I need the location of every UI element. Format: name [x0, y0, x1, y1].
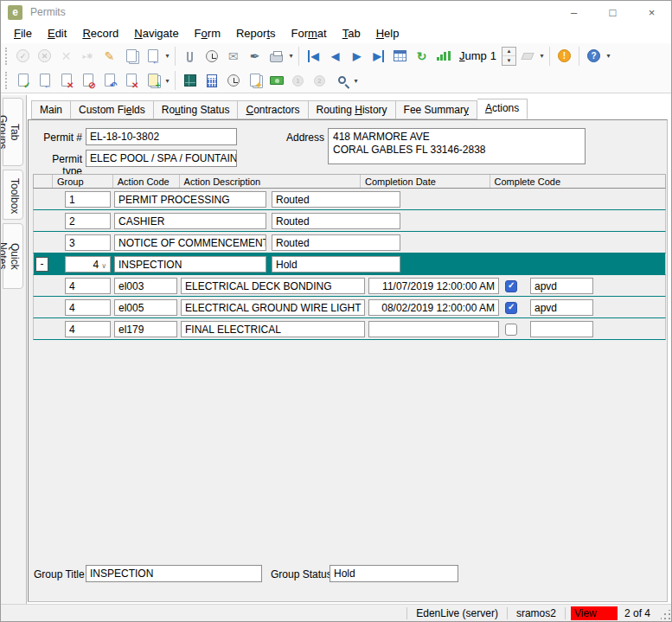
doc-return-icon[interactable]: ←: [34, 70, 55, 92]
confirm-record-icon[interactable]: ✓: [12, 45, 34, 67]
doc-void-icon[interactable]: ⊘: [77, 70, 99, 92]
menu-format[interactable]: Format: [284, 24, 335, 42]
jump-spinner[interactable]: ▲ ▼: [502, 47, 516, 66]
menu-help[interactable]: Help: [368, 24, 407, 42]
group-title-field[interactable]: PERMIT PROCESSING: [114, 191, 266, 208]
action-code-field[interactable]: el005: [114, 299, 177, 316]
group-number-combo[interactable]: 4∨: [65, 256, 111, 273]
tab-contractors[interactable]: Contractors: [238, 100, 308, 119]
table-row-group-3[interactable]: 3 NOTICE OF COMMENCEMENT Routed: [33, 232, 666, 253]
group-title-field[interactable]: CASHIER: [114, 213, 266, 229]
grid-view-icon[interactable]: [389, 45, 411, 67]
detail-group-field[interactable]: 4: [65, 299, 111, 316]
resize-grip[interactable]: [661, 610, 671, 620]
permit-type-field[interactable]: ELEC POOL / SPA / FOUNTAIN: [86, 150, 237, 167]
group-number-field[interactable]: 1: [65, 191, 111, 208]
detail-group-field[interactable]: 4: [65, 321, 111, 337]
help-dropdown-icon[interactable]: ▾: [605, 45, 612, 67]
jump-value[interactable]: 1: [490, 49, 496, 62]
time-icon[interactable]: [222, 70, 244, 92]
complete-checkbox[interactable]: [505, 280, 517, 292]
action-code-field[interactable]: el003: [114, 278, 177, 294]
table-row-detail-el179[interactable]: 4 el179 FINAL ELECTRICAL: [33, 318, 666, 340]
action-description-field[interactable]: FINAL ELECTRICAL: [181, 321, 365, 337]
header-group[interactable]: Group: [53, 175, 113, 188]
group-status-footer-field[interactable]: Hold: [330, 565, 458, 582]
close-button[interactable]: ×: [632, 1, 671, 23]
side-tab-quick-notes[interactable]: Quick Notes: [3, 223, 23, 289]
calculator-icon[interactable]: [201, 70, 222, 92]
copy-record-icon[interactable]: [120, 45, 142, 67]
complete-checkbox[interactable]: [505, 302, 517, 314]
coin-two-icon[interactable]: 2: [309, 70, 330, 92]
refresh-icon[interactable]: ↻: [411, 45, 432, 67]
menu-reports[interactable]: Reports: [228, 24, 284, 42]
completion-date-field[interactable]: [368, 321, 499, 337]
signature-icon[interactable]: ✒: [244, 45, 266, 67]
tab-routing-status[interactable]: Routing Status: [154, 100, 239, 119]
complete-checkbox[interactable]: [505, 324, 517, 336]
group-status-field[interactable]: Routed: [272, 191, 400, 208]
tab-custom-fields[interactable]: Custom Fields: [71, 100, 154, 119]
header-date[interactable]: Completion Date: [361, 175, 490, 188]
tab-routing-history[interactable]: Routing History: [309, 100, 396, 119]
detail-group-field[interactable]: 4: [65, 278, 111, 294]
side-tab-toolbox[interactable]: Toolbox: [3, 170, 23, 220]
group-title-footer-field[interactable]: INSPECTION: [86, 565, 262, 582]
side-tab-tab-groups[interactable]: Tab Groups: [3, 98, 23, 166]
action-description-field[interactable]: ELECTRICAL DECK BONDING: [181, 278, 365, 294]
table-row-group-1[interactable]: 1 PERMIT PROCESSING Routed: [33, 189, 666, 210]
table-row-group-2[interactable]: 2 CASHIER Routed: [33, 210, 666, 232]
group-number-field[interactable]: 3: [65, 234, 111, 251]
note-dropdown-icon[interactable]: ▾: [163, 70, 171, 92]
complete-code-field[interactable]: apvd: [530, 299, 593, 316]
group-status-field[interactable]: Hold: [272, 256, 400, 273]
group-status-field[interactable]: Routed: [272, 234, 400, 251]
group-title-field[interactable]: INSPECTION: [114, 256, 266, 273]
menu-file[interactable]: File: [6, 24, 40, 42]
completion-date-field[interactable]: 08/02/2019 12:00:00 AM: [368, 299, 499, 316]
complete-code-field[interactable]: apvd: [530, 278, 593, 294]
collapse-button[interactable]: -: [35, 257, 48, 272]
copy-doc-icon[interactable]: ✦: [244, 70, 266, 92]
money-icon[interactable]: [266, 70, 287, 92]
email-icon[interactable]: ✉: [222, 45, 244, 67]
header-complete[interactable]: Complete Code: [490, 175, 665, 188]
next-record-icon[interactable]: ▶: [346, 45, 368, 67]
edit-record-icon[interactable]: ✎: [99, 45, 120, 67]
doc-cancel-icon[interactable]: ✕: [120, 70, 142, 92]
lookup-dropdown-icon[interactable]: ▾: [352, 70, 360, 92]
cancel-record-icon[interactable]: ✕: [34, 45, 55, 67]
tab-fee-summary[interactable]: Fee Summary: [396, 100, 477, 119]
last-record-icon[interactable]: ▶: [368, 45, 389, 67]
group-number-field[interactable]: 2: [65, 213, 111, 229]
complete-code-field[interactable]: [530, 321, 593, 337]
doc-delete-icon[interactable]: ✕: [55, 70, 77, 92]
menu-edit[interactable]: Edit: [40, 24, 74, 42]
group-title-field[interactable]: NOTICE OF COMMENCEMENT: [114, 234, 266, 251]
delete-record-icon[interactable]: ✕: [55, 45, 77, 67]
menu-navigate[interactable]: Navigate: [126, 24, 186, 42]
history-clock-icon[interactable]: [201, 45, 222, 67]
insert-record-icon[interactable]: ▸✱: [77, 45, 99, 67]
table-row-detail-el005[interactable]: 4 el005 ELECTRICAL GROUND WIRE LIGHT NIC…: [33, 297, 666, 318]
action-description-field[interactable]: ELECTRICAL GROUND WIRE LIGHT NICHE: [181, 299, 365, 316]
header-code[interactable]: Action Code: [113, 175, 180, 188]
add-note-icon[interactable]: +: [142, 70, 163, 92]
first-record-icon[interactable]: ◀: [303, 45, 324, 67]
action-code-field[interactable]: el179: [114, 321, 177, 337]
tab-main[interactable]: Main: [31, 100, 71, 119]
previous-record-icon[interactable]: ◀: [324, 45, 346, 67]
paste-record-icon[interactable]: ←: [142, 45, 163, 67]
print-icon[interactable]: [266, 45, 287, 67]
address-field[interactable]: 418 MARMORE AVE CORAL GABLES FL 33146-28…: [328, 128, 586, 164]
eraser-icon[interactable]: [516, 45, 538, 67]
spin-up-icon[interactable]: ▲: [502, 48, 515, 57]
maximize-button[interactable]: □: [593, 1, 632, 23]
gis-map-icon[interactable]: [179, 70, 201, 92]
alert-icon[interactable]: !: [554, 45, 575, 67]
help-icon[interactable]: ?: [583, 45, 605, 67]
doc-accept-icon[interactable]: ✓: [12, 70, 34, 92]
sort-icon[interactable]: ↑: [432, 45, 454, 67]
lookup-icon[interactable]: [330, 70, 352, 92]
